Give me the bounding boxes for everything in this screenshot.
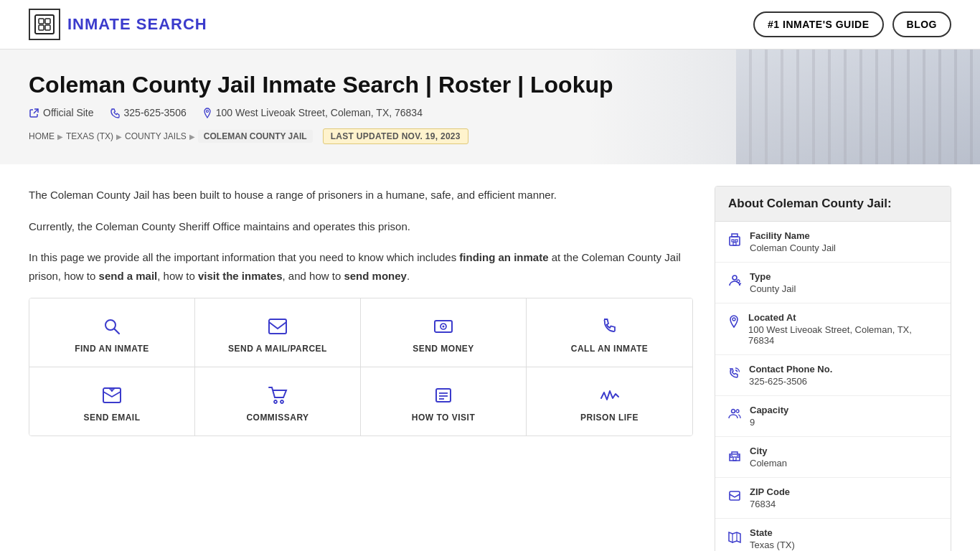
- sidebar-state-info: State Texas (TX): [750, 527, 795, 550]
- hero-background: [736, 50, 980, 164]
- svg-point-5: [206, 110, 208, 112]
- phone-label: 325-625-3506: [124, 107, 187, 118]
- sidebar-type-info: Type County Jail: [750, 271, 796, 294]
- sep2: ▶: [116, 133, 122, 141]
- para1: The Coleman County Jail has been built t…: [29, 186, 693, 204]
- sidebar-facility-info: Facility Name Coleman County Jail: [750, 230, 836, 253]
- para3-pre: In this page we provide all the importan…: [29, 251, 459, 263]
- svg-rect-1: [39, 19, 44, 24]
- located-label: Located At: [748, 312, 938, 323]
- hero-section: Coleman County Jail Inmate Search | Rost…: [0, 50, 980, 164]
- send-money-label: SEND MONEY: [413, 344, 474, 354]
- svg-rect-30: [730, 456, 732, 458]
- para3-end: .: [407, 270, 410, 282]
- svg-rect-0: [35, 15, 54, 34]
- money-icon: [433, 314, 453, 336]
- city-label: City: [750, 446, 787, 456]
- svg-point-12: [274, 400, 277, 403]
- find-inmate-label: FIND AN INMATE: [75, 344, 149, 354]
- sidebar-city-info: City Coleman: [750, 446, 787, 468]
- sep3: ▶: [189, 133, 195, 141]
- send-money-bold: send money: [344, 270, 407, 282]
- main-content: The Coleman County Jail has been built t…: [0, 164, 980, 551]
- action-how-to-visit[interactable]: HOW TO VISIT: [361, 367, 527, 435]
- breadcrumb-active: COLEMAN COUNTY JAIL: [198, 130, 313, 143]
- call-icon: [600, 314, 619, 336]
- send-email-label: SEND EMAIL: [83, 413, 140, 423]
- svg-rect-20: [732, 240, 734, 242]
- send-mail-bold: send a mail: [99, 270, 158, 282]
- sidebar-row-zip: ZIP Code 76834: [715, 478, 951, 519]
- sidebar-row-located: Located At 100 West Liveoak Street, Cole…: [715, 303, 951, 355]
- last-updated-badge: LAST UPDATED NOV. 19, 2023: [323, 128, 468, 144]
- action-commissary[interactable]: COMMISSARY: [195, 367, 361, 435]
- city-value: Coleman: [750, 458, 787, 468]
- phone-contact-label: Contact Phone No.: [749, 364, 832, 375]
- capacity-label: Capacity: [750, 405, 788, 415]
- action-grid: FIND AN INMATE SEND A MAIL/PARCEL SEND M…: [29, 298, 693, 436]
- sidebar-phone-info: Contact Phone No. 325-625-3506: [749, 364, 832, 387]
- wave-icon: [600, 383, 620, 405]
- svg-rect-18: [730, 237, 740, 245]
- action-call-inmate[interactable]: CALL AN INMATE: [527, 298, 692, 367]
- svg-point-26: [732, 410, 735, 413]
- sidebar-row-state: State Texas (TX): [715, 519, 951, 551]
- logo-icon: [29, 9, 60, 40]
- header-nav: #1 INMATE'S GUIDE BLOG: [753, 11, 951, 37]
- content-left: The Coleman County Jail has been built t…: [29, 186, 693, 436]
- logo-area[interactable]: INMATE SEARCH: [29, 9, 207, 40]
- sep1: ▶: [57, 133, 63, 141]
- svg-point-27: [736, 410, 739, 413]
- location-icon: [728, 314, 740, 329]
- logo-text: INMATE SEARCH: [67, 15, 207, 34]
- svg-rect-2: [45, 19, 50, 24]
- para2: Currently, the Coleman County Sheriff Of…: [29, 217, 693, 236]
- para3: In this page we provide all the importan…: [29, 248, 693, 285]
- action-send-money[interactable]: SEND MONEY: [361, 298, 527, 367]
- state-value: Texas (TX): [750, 540, 795, 550]
- zip-value: 76834: [750, 499, 790, 509]
- facility-name-label: Facility Name: [750, 230, 836, 241]
- sidebar-card: About Coleman County Jail: Facility Name…: [715, 186, 951, 551]
- commissary-label: COMMISSARY: [246, 413, 308, 423]
- breadcrumb-home[interactable]: HOME: [29, 131, 55, 141]
- svg-point-13: [281, 400, 283, 403]
- breadcrumb-state[interactable]: TEXAS (TX): [66, 131, 113, 141]
- mail-icon: [268, 314, 288, 336]
- para3-mid3: , and how to: [283, 270, 344, 282]
- type-icon: [728, 273, 741, 288]
- sidebar-capacity-info: Capacity 9: [750, 405, 788, 428]
- svg-rect-31: [738, 456, 740, 458]
- action-prison-life[interactable]: PRISON LIFE: [527, 367, 692, 435]
- finding-bold: finding an inmate: [459, 251, 548, 263]
- link-icon: [29, 108, 39, 118]
- send-mail-label: SEND A MAIL/PARCEL: [228, 344, 327, 354]
- action-send-mail[interactable]: SEND A MAIL/PARCEL: [195, 298, 361, 367]
- sidebar-row-city: City Coleman: [715, 437, 951, 478]
- sidebar-row-capacity: Capacity 9: [715, 396, 951, 437]
- action-send-email[interactable]: SEND EMAIL: [29, 367, 195, 435]
- guide-button[interactable]: #1 INMATE'S GUIDE: [753, 11, 883, 37]
- svg-rect-7: [269, 319, 286, 334]
- breadcrumb-county-jails[interactable]: COUNTY JAILS: [125, 131, 187, 141]
- sidebar-row-type: Type County Jail: [715, 263, 951, 303]
- svg-rect-21: [735, 240, 738, 242]
- list-icon: [434, 383, 453, 405]
- svg-rect-4: [45, 25, 50, 30]
- action-find-inmate[interactable]: FIND AN INMATE: [29, 298, 195, 367]
- svg-rect-19: [732, 234, 738, 237]
- city-icon: [728, 447, 741, 462]
- prison-life-label: PRISON LIFE: [580, 413, 639, 423]
- blog-button[interactable]: BLOG: [892, 11, 951, 37]
- cart-icon: [268, 383, 288, 405]
- official-site-link[interactable]: Official Site: [29, 107, 94, 118]
- svg-point-10: [443, 326, 445, 328]
- official-site-label: Official Site: [43, 107, 94, 118]
- located-value: 100 West Liveoak Street, Coleman, TX, 76…: [748, 324, 938, 346]
- zip-label: ZIP Code: [750, 486, 790, 497]
- facility-name-value: Coleman County Jail: [750, 242, 836, 253]
- search-icon: [102, 314, 122, 336]
- site-header: INMATE SEARCH #1 INMATE'S GUIDE BLOG: [0, 0, 980, 50]
- sidebar-row-phone: Contact Phone No. 325-625-3506: [715, 355, 951, 396]
- phone-contact-value: 325-625-3506: [749, 376, 832, 387]
